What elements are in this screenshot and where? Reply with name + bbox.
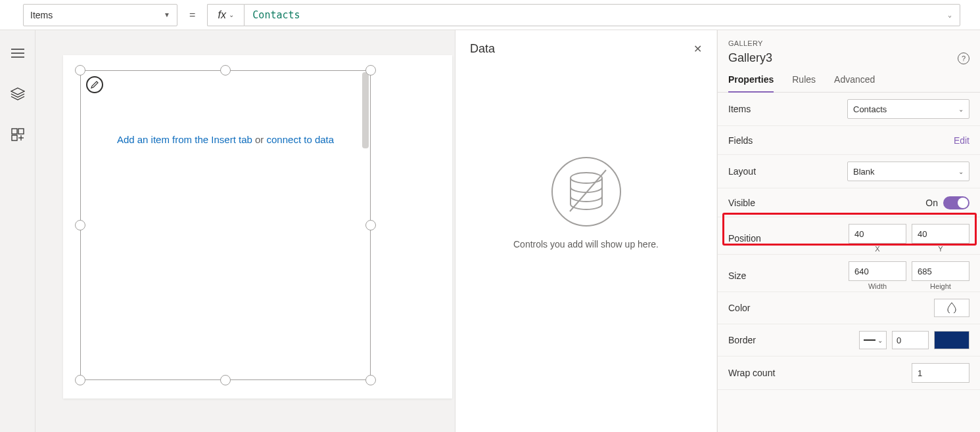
- tab-rules[interactable]: Rules: [792, 74, 816, 92]
- prop-label-visible: Visible: [728, 198, 755, 208]
- resize-handle[interactable]: [75, 375, 85, 385]
- resize-handle[interactable]: [75, 65, 85, 76]
- prop-label-border: Border: [728, 335, 756, 345]
- width-label: Width: [868, 282, 887, 290]
- formula-input[interactable]: Contacts ⌄: [244, 4, 960, 26]
- items-value: Contacts: [853, 104, 887, 114]
- pos-x-input[interactable]: 40: [849, 224, 906, 244]
- database-icon: [550, 156, 622, 230]
- tree-view-icon[interactable]: [11, 87, 25, 101]
- resize-handle[interactable]: [365, 375, 376, 385]
- chevron-down-icon: ⌄: [229, 11, 234, 18]
- svg-point-10: [571, 173, 602, 183]
- svg-marker-3: [11, 88, 24, 95]
- chevron-down-icon: ⌄: [958, 168, 964, 175]
- svg-rect-4: [12, 129, 17, 134]
- height-input[interactable]: 685: [912, 261, 969, 281]
- connect-link[interactable]: connect to data: [267, 134, 335, 145]
- prop-label-fields: Fields: [728, 135, 753, 146]
- layout-select[interactable]: Blank ⌄: [847, 162, 969, 181]
- hamburger-icon[interactable]: [11, 46, 25, 60]
- x-label: X: [875, 245, 879, 253]
- formula-value: Contacts: [252, 9, 300, 21]
- tab-properties[interactable]: Properties: [728, 74, 774, 93]
- border-color-picker[interactable]: [934, 331, 969, 349]
- fx-button[interactable]: fx⌄: [207, 4, 244, 26]
- help-icon[interactable]: ?: [958, 53, 969, 64]
- wrap-count-input[interactable]: 1: [912, 363, 969, 383]
- prop-label-color: Color: [728, 303, 750, 313]
- equals-label: =: [177, 9, 207, 21]
- border-style-select[interactable]: ⌄: [859, 331, 887, 349]
- edit-pencil-icon[interactable]: [86, 76, 103, 93]
- prop-label-position: Position: [728, 233, 761, 244]
- width-input[interactable]: 640: [849, 261, 906, 281]
- height-label: Height: [930, 282, 951, 290]
- color-picker[interactable]: [934, 299, 969, 317]
- fx-label: fx: [218, 9, 226, 21]
- prop-label-items: Items: [728, 104, 751, 114]
- items-select[interactable]: Contacts ⌄: [847, 99, 969, 119]
- data-panel-title: Data: [470, 42, 495, 56]
- data-panel-message: Controls you add will show up here.: [455, 239, 716, 249]
- pos-y-input[interactable]: 40: [912, 224, 969, 244]
- left-rail: [0, 30, 35, 432]
- gallery-hint: Add an item from the Insert tab or conne…: [81, 134, 370, 145]
- prop-label-layout: Layout: [728, 166, 756, 177]
- visible-toggle[interactable]: [943, 196, 969, 209]
- property-dropdown-label: Items: [30, 10, 53, 20]
- chevron-down-icon: ⌄: [948, 11, 952, 18]
- tab-advanced[interactable]: Advanced: [834, 74, 875, 92]
- visible-value: On: [925, 198, 938, 208]
- chevron-down-icon: ▼: [164, 11, 170, 18]
- insert-link[interactable]: Add an item from the Insert tab: [117, 134, 252, 145]
- prop-label-size: Size: [728, 270, 746, 281]
- app-preview: Add an item from the Insert tab or conne…: [63, 55, 452, 399]
- fields-edit-link[interactable]: Edit: [954, 135, 969, 146]
- resize-handle[interactable]: [365, 65, 376, 76]
- resize-handle[interactable]: [220, 65, 231, 76]
- insert-icon[interactable]: [11, 127, 25, 142]
- control-name: Gallery3: [728, 51, 772, 65]
- hint-or: or: [252, 134, 267, 145]
- gallery-selection[interactable]: Add an item from the Insert tab or conne…: [80, 70, 371, 380]
- prop-label-wrap: Wrap count: [728, 368, 775, 378]
- property-dropdown[interactable]: Items ▼: [23, 4, 177, 26]
- data-panel: Data ✕ Controls you add will show up her…: [455, 30, 716, 432]
- chevron-down-icon: ⌄: [958, 106, 964, 113]
- resize-handle[interactable]: [365, 220, 376, 230]
- svg-rect-6: [12, 135, 17, 140]
- svg-rect-5: [18, 129, 24, 134]
- layout-value: Blank: [853, 167, 875, 177]
- chevron-down-icon: ⌄: [877, 337, 883, 344]
- control-type-label: GALLERY: [728, 39, 969, 47]
- resize-handle[interactable]: [75, 220, 85, 230]
- close-icon[interactable]: ✕: [693, 43, 702, 55]
- y-label: Y: [938, 245, 943, 253]
- resize-handle[interactable]: [220, 375, 231, 385]
- properties-panel: GALLERY Gallery3 ? Properties Rules Adva…: [717, 30, 980, 432]
- border-width-input[interactable]: 0: [892, 331, 929, 349]
